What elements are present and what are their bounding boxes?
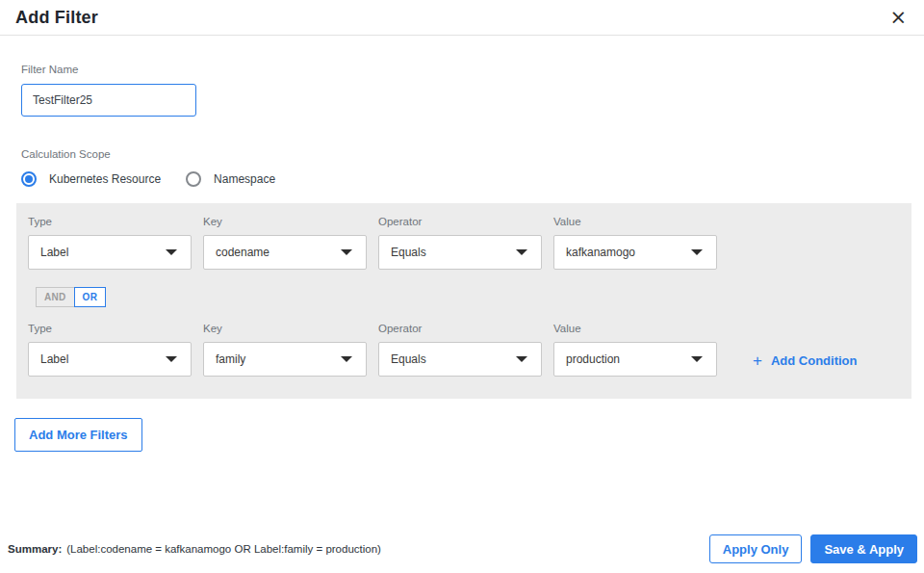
condition-1-operator-group: Operator Equals: [378, 216, 542, 270]
condition-1-operator-dropdown[interactable]: Equals: [378, 235, 542, 270]
dropdown-value: Equals: [391, 352, 426, 366]
dialog-header: Add Filter ×: [0, 0, 924, 36]
chevron-down-icon: [691, 249, 703, 255]
value-label: Value: [553, 216, 717, 227]
add-filter-dialog: Add Filter × Filter Name Calculation Sco…: [0, 0, 924, 573]
dialog-footer: Summary:(Label:codename = kafkanamogo OR…: [0, 534, 924, 563]
add-condition-link[interactable]: + Add Condition: [753, 352, 857, 369]
add-more-filters-button[interactable]: Add More Filters: [14, 418, 142, 452]
condition-2-value-group: Value production: [553, 323, 717, 377]
calculation-scope-label: Calculation Scope: [21, 148, 924, 160]
condition-1-value-group: Value kafkanamogo: [553, 216, 717, 270]
condition-1-type-group: Type Label: [28, 216, 192, 270]
condition-2-operator-group: Operator Equals: [378, 323, 542, 377]
condition-2-operator-dropdown[interactable]: Equals: [378, 342, 542, 377]
type-label: Type: [28, 323, 192, 334]
summary-label: Summary:: [8, 543, 62, 555]
operator-label: Operator: [378, 323, 542, 334]
chevron-down-icon: [166, 356, 177, 362]
condition-1-type-dropdown[interactable]: Label: [28, 235, 192, 270]
dropdown-value: Label: [40, 246, 68, 259]
chevron-down-icon: [691, 356, 703, 362]
type-label: Type: [28, 216, 192, 227]
dialog-title: Add Filter: [15, 8, 98, 28]
key-label: Key: [203, 323, 367, 334]
radio-selected-icon[interactable]: [21, 171, 37, 187]
condition-2-type-dropdown[interactable]: Label: [28, 342, 192, 377]
dropdown-value: Equals: [391, 246, 426, 259]
condition-2-key-group: Key family: [203, 323, 367, 377]
conditions-panel: Type Label Key codename Operator Equals: [16, 203, 911, 399]
and-toggle-button[interactable]: AND: [36, 287, 74, 307]
calculation-scope-options: Kubernetes Resource Namespace: [21, 171, 924, 187]
condition-1-value-dropdown[interactable]: kafkanamogo: [553, 235, 717, 270]
radio-label: Namespace: [214, 172, 275, 186]
chevron-down-icon: [341, 249, 352, 255]
dropdown-value: kafkanamogo: [566, 246, 635, 259]
radio-kubernetes-resource[interactable]: Kubernetes Resource: [21, 171, 161, 187]
condition-1-key-group: Key codename: [203, 216, 367, 270]
key-label: Key: [203, 216, 367, 227]
save-and-apply-button[interactable]: Save & Apply: [810, 534, 917, 563]
chevron-down-icon: [516, 249, 527, 255]
filter-name-input[interactable]: [21, 84, 196, 117]
chevron-down-icon: [166, 249, 177, 255]
condition-2-key-dropdown[interactable]: family: [203, 342, 367, 377]
radio-unselected-icon[interactable]: [186, 171, 201, 187]
close-icon[interactable]: ×: [887, 8, 909, 28]
chevron-down-icon: [341, 356, 352, 362]
plus-icon: +: [753, 352, 762, 369]
chevron-down-icon: [516, 356, 527, 362]
dropdown-value: family: [216, 352, 245, 366]
logic-toggle: AND OR: [36, 287, 900, 307]
value-label: Value: [553, 323, 717, 334]
condition-row-2: Type Label Key family Operator Equals: [28, 323, 900, 377]
condition-1-key-dropdown[interactable]: codename: [203, 235, 367, 270]
condition-2-value-dropdown[interactable]: production: [553, 342, 717, 377]
condition-row-1: Type Label Key codename Operator Equals: [28, 216, 900, 270]
summary-text: (Label:codename = kafkanamogo OR Label:f…: [66, 543, 381, 555]
summary: Summary:(Label:codename = kafkanamogo OR…: [8, 543, 381, 555]
footer-actions: Apply Only Save & Apply: [709, 534, 917, 563]
radio-namespace[interactable]: Namespace: [186, 171, 275, 187]
dropdown-value: production: [566, 352, 620, 366]
or-toggle-button[interactable]: OR: [74, 287, 107, 307]
condition-2-type-group: Type Label: [28, 323, 192, 377]
dropdown-value: Label: [40, 352, 68, 366]
filter-name-label: Filter Name: [21, 64, 924, 75]
radio-label: Kubernetes Resource: [49, 172, 161, 186]
apply-only-button[interactable]: Apply Only: [709, 534, 803, 563]
dropdown-value: codename: [216, 246, 270, 259]
add-condition-label: Add Condition: [771, 353, 858, 368]
operator-label: Operator: [378, 216, 542, 227]
